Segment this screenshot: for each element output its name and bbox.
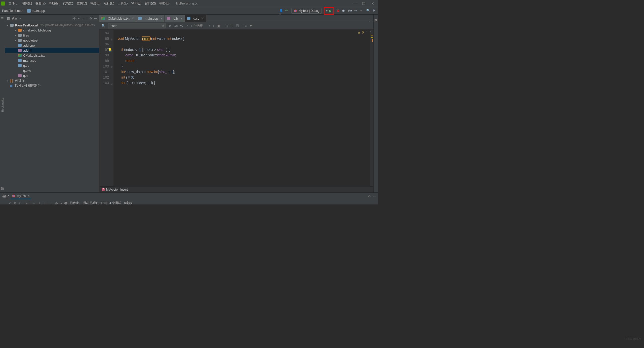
fold-icon[interactable]: ⊟ (110, 37, 112, 42)
gutter-line[interactable]: 94 (99, 30, 109, 36)
gutter-line[interactable]: 100⊞ (99, 63, 109, 69)
code-line[interactable]: int i = 0; (117, 75, 370, 80)
settings-icon[interactable]: ⚙ (372, 9, 376, 13)
dropdown-icon[interactable]: ▾ (326, 9, 328, 13)
tree-item-googletest[interactable]: ▸googletest (5, 38, 99, 43)
code-line[interactable]: } (117, 63, 370, 69)
locate-icon[interactable]: ⊙ (73, 17, 76, 20)
breadcrumb-root[interactable]: PassTestLocal (2, 9, 23, 13)
tree-item-q.exe[interactable]: q.exe (5, 68, 99, 73)
add-user-icon[interactable]: 👤▾ (279, 9, 283, 13)
editor-tab-q.h[interactable]: q.h× (165, 15, 185, 22)
menu-编辑[interactable]: 编辑(E) (20, 0, 33, 7)
find-input[interactable] (110, 24, 162, 28)
fold-icon[interactable]: ⊞ (110, 64, 112, 70)
code-line[interactable]: error_ = ErrorCode::kIndexError; (117, 52, 370, 58)
menu-代码[interactable]: 代码(C) (61, 0, 75, 7)
code-content[interactable]: void MyVector::insert(int value, int ind… (113, 30, 370, 186)
gear-icon[interactable]: ⚙ (89, 17, 92, 20)
gutter-line[interactable]: 98 (99, 52, 109, 58)
fold-icon[interactable]: ⊟ (110, 81, 112, 87)
remove-selection-icon[interactable]: ⊟ (231, 24, 233, 28)
close-icon[interactable]: × (180, 16, 182, 20)
sidebar-title[interactable]: 项目 (11, 16, 18, 21)
tree-item-CMakeLists.txt[interactable]: CMakeLists.txt (5, 53, 99, 58)
tree-item-main.cpp[interactable]: main.cpp (5, 58, 99, 63)
tree-item-q.cc[interactable]: q.cc (5, 63, 99, 68)
find-input-wrap[interactable]: × (108, 23, 166, 28)
close-tab-icon[interactable]: × (28, 194, 30, 198)
code-line[interactable]: int* new_data = new int[size_ + 1]; (117, 69, 370, 75)
intention-bulb-icon[interactable]: 💡 (108, 47, 112, 53)
prev-match-icon[interactable]: ↑ (209, 24, 210, 28)
tree-item-q.h[interactable]: q.h (5, 73, 99, 78)
gear-icon[interactable]: ⚙ (368, 194, 371, 198)
tabs-more-icon[interactable]: ⋮ (366, 18, 373, 22)
filter-icon[interactable]: ▼ (249, 24, 253, 28)
dropdown-icon[interactable]: ▾ (19, 17, 21, 20)
run-button[interactable]: ▶ (329, 9, 332, 13)
tree-item-add.h[interactable]: add.h (5, 48, 99, 53)
tree-item-cmake-build-debug[interactable]: ▸cmake-build-debug (5, 28, 99, 33)
gutter-line[interactable]: 103⊟ (99, 80, 109, 86)
chevron-right-icon[interactable]: ▸ (7, 79, 10, 82)
editor-tab-CMakeLists.txt[interactable]: CMakeLists.txt× (99, 15, 136, 22)
code-line[interactable]: if (index < -1 || index > size_ ) { (117, 47, 370, 52)
attach-icon[interactable]: ⇥ (354, 9, 358, 13)
close-icon[interactable]: × (160, 16, 163, 20)
database-stripe[interactable]: 数据库 (374, 15, 378, 19)
menu-构建[interactable]: 构建(B) (89, 0, 102, 7)
menu-VCS[interactable]: VCS(S) (130, 0, 143, 7)
menu-工具[interactable]: 工具(T) (116, 0, 129, 7)
hide-icon[interactable]: — (94, 17, 97, 20)
tree-item-add.cpp[interactable]: add.cpp (5, 43, 99, 48)
search-icon[interactable]: 🔍 (366, 9, 370, 13)
code-line[interactable]: for (; i <= index; ++i) { (117, 80, 370, 86)
down-icon[interactable]: ↓ (51, 201, 53, 205)
debug-icon[interactable]: 🐞 (336, 9, 340, 13)
select-all-icon[interactable]: ▣ (217, 24, 220, 28)
scratch-files[interactable]: ◧ 临时文件和控制台 (5, 83, 99, 88)
breadcrumb-file[interactable]: main.cpp (27, 9, 45, 13)
menu-帮助[interactable]: 帮助(H) (158, 0, 171, 7)
menu-运行[interactable]: 运行(U) (102, 0, 116, 7)
collapse-icon[interactable]: ⫠ (82, 17, 85, 20)
check-icon[interactable]: ✓ (9, 201, 11, 205)
project-stripe-icon[interactable]: ▦ (1, 16, 4, 20)
up-icon[interactable]: ↑ (47, 201, 49, 205)
chevron-down-icon[interactable]: ▾ (7, 24, 10, 27)
clear-icon[interactable]: × (162, 24, 164, 28)
external-libs[interactable]: ▸ ‖‖ 外部库 (5, 78, 99, 83)
select-occurrences-icon[interactable]: ☑ (236, 24, 239, 28)
word-icon[interactable]: W (180, 24, 183, 28)
expand-icon[interactable]: ≡ (78, 17, 79, 20)
chevron-up-icon[interactable]: ˄ (366, 30, 368, 34)
profile-icon[interactable]: ◷▾ (348, 9, 352, 13)
regex-icon[interactable]: .* (186, 24, 188, 28)
scrollbar-marks[interactable] (370, 30, 373, 186)
chevron-icon[interactable]: ▸ (15, 39, 18, 42)
maximize-button[interactable]: ❐ (361, 2, 366, 6)
gutter-line[interactable]: 95⊟ (99, 36, 109, 41)
gutter-line[interactable]: 96 (99, 41, 109, 47)
run-tab-active[interactable]: MyTest × (10, 193, 31, 199)
stop-icon[interactable]: ■ (360, 9, 364, 13)
back-icon[interactable]: ↶ (285, 9, 289, 13)
chevron-icon[interactable]: ▸ (15, 34, 18, 37)
sort-icon[interactable]: ↓↑ (19, 201, 22, 205)
editor-tab-q.cc[interactable]: q.cc× (185, 15, 206, 22)
paragraph-icon[interactable]: ≡ (245, 24, 247, 28)
case-icon[interactable]: Cc (174, 24, 178, 28)
tree-item-files[interactable]: ▸files (5, 33, 99, 38)
warnings-badge[interactable]: ▲ 6 (357, 30, 364, 34)
gutter-line[interactable]: 102 (99, 75, 109, 80)
stop-circle-icon[interactable]: ⊘ (14, 201, 16, 205)
tree-root[interactable]: ▾ PassTestLocal C:\_projetcs\XianyuBoss\… (5, 23, 99, 28)
editor-tab-main.cpp[interactable]: main.cpp× (136, 15, 165, 22)
close-icon[interactable]: × (132, 16, 134, 20)
expand-all-icon[interactable]: ⫨ (33, 201, 36, 205)
code-line[interactable] (117, 41, 370, 47)
menu-导航[interactable]: 导航(N) (48, 0, 61, 7)
gutter-line[interactable]: 101 (99, 69, 109, 75)
chevron-down-icon[interactable]: ˅ (370, 30, 371, 34)
